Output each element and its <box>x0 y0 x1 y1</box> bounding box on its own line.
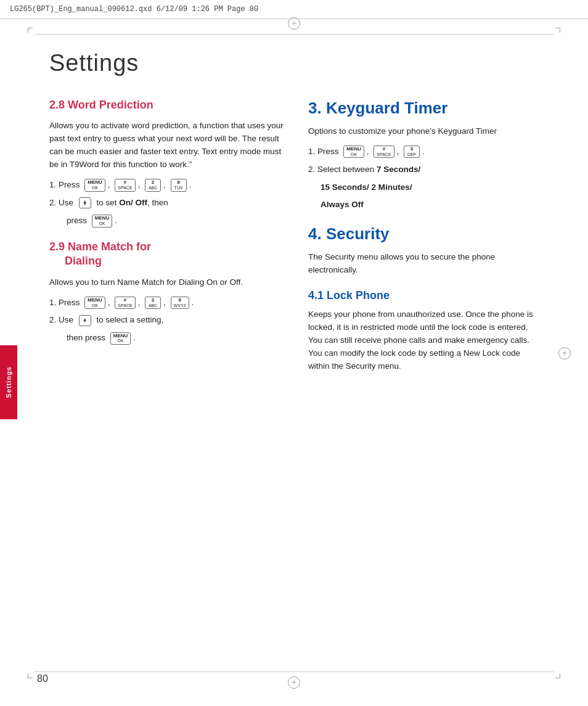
right-column: 3. Keyguard Timer Options to customize y… <box>308 98 542 385</box>
section-29: 2.9 Name Match for Dialing Allows you to… <box>49 240 284 345</box>
section-41: 4.1 Lock Phone Keeps your phone from una… <box>308 289 542 373</box>
main-content: Settings 2.8 Word Prediction Allows you … <box>0 19 588 422</box>
key-hash-space-1: # SPACE <box>115 179 135 191</box>
nav-icon-1 <box>79 197 91 208</box>
left-column: 2.8 Word Prediction Allows you to activa… <box>49 98 284 385</box>
step-29-2-then: then press <box>67 332 108 345</box>
section-28: 2.8 Word Prediction Allows you to activa… <box>49 98 284 228</box>
step-28-1-comma1: , <box>108 179 113 192</box>
step-28-1-prefix: 1. Press <box>49 179 82 192</box>
body-29: Allows you to turn Name Match for Dialin… <box>49 276 284 289</box>
reg-mark-bottom <box>288 676 300 689</box>
corner-mark-tl <box>28 28 33 33</box>
key-3def-1: 3 DEF <box>404 146 420 158</box>
corner-mark-tr <box>555 28 560 33</box>
step-29-1-comma1: , <box>108 297 113 310</box>
step-29-1-period: . <box>192 297 194 310</box>
reg-mark-right <box>558 347 571 359</box>
section-3: 3. Keyguard Timer Options to customize y… <box>308 98 542 211</box>
key-hash-space-3: # SPACE <box>374 146 394 158</box>
key-hash-space-2: # SPACE <box>115 297 135 309</box>
step-28-1: 1. Press MENU OK , # SPACE , 2 <box>49 179 284 192</box>
key-8tuv-1: 8 TUV <box>171 179 187 191</box>
step-29-1: 1. Press MENU OK , # SPACE , 2 <box>49 297 284 310</box>
divider-bottom <box>34 671 554 672</box>
heading-4: 4. Security <box>308 224 542 245</box>
step-3-1-period: . <box>422 146 425 158</box>
step-29-1-comma3: , <box>163 297 168 310</box>
divider-top <box>34 34 554 35</box>
key-menu-ok-4: MENU OK <box>110 332 131 345</box>
step-3-2c: Always Off <box>308 199 542 211</box>
step-28-2-text: to set On/ Off, then <box>94 197 168 210</box>
side-tab-label: Settings <box>5 366 12 398</box>
step-3-1: 1. Press MENU OK , # SPACE , 3 <box>308 146 542 158</box>
two-col-layout: 2.8 Word Prediction Allows you to activa… <box>49 98 551 385</box>
step-28-1-period: . <box>189 179 192 192</box>
step-28-1-comma3: , <box>163 179 168 192</box>
step-28-2b: press MENU OK . <box>49 215 284 228</box>
step-3-2: 2. Select between 7 Seconds/ <box>308 163 542 176</box>
step-28-2-press: press <box>67 215 89 228</box>
body-4: The Security menu allows you to secure t… <box>308 251 542 277</box>
heading-3: 3. Keyguard Timer <box>308 98 542 119</box>
key-9wxyz-1: 9 WXYZ <box>171 297 189 309</box>
page-title: Settings <box>49 50 551 76</box>
page-number: 80 <box>37 673 48 684</box>
step-29-1-prefix: 1. Press <box>49 297 82 310</box>
step-29-2: 2. Use to select a setting, <box>49 314 284 327</box>
body-41: Keeps your phone from unauthorized use. … <box>308 308 542 373</box>
step-3-2-text: 2. Select between 7 Seconds/ <box>308 163 420 176</box>
key-2abc-1: 2 ABC <box>145 179 161 191</box>
heading-29: 2.9 Name Match for Dialing <box>49 240 284 269</box>
step-29-2-period: . <box>133 332 136 345</box>
step-3-2b: 15 Seconds/ 2 Minutes/ <box>308 181 542 194</box>
step-3-1-prefix: 1. Press <box>308 146 341 158</box>
body-28: Allows you to activate word prediction, … <box>49 120 284 171</box>
key-menu-ok-5: MENU OK <box>343 146 364 158</box>
step-29-1-comma2: , <box>138 297 143 310</box>
corner-mark-bl <box>28 673 33 678</box>
step-3-1-comma2: , <box>397 146 402 158</box>
heading-41: 4.1 Lock Phone <box>308 289 542 302</box>
key-menu-ok-2: MENU OK <box>92 215 113 227</box>
header-bar: LG265(BPT)_Eng_manual_090612.qxd 6/12/09… <box>0 0 588 19</box>
step-28-2-prefix: 2. Use <box>49 197 76 210</box>
step-3-1-comma1: , <box>367 146 372 158</box>
step-29-2-text: to select a setting, <box>94 314 164 327</box>
step-29-2b: then press MENU OK . <box>49 332 284 345</box>
key-menu-ok-3: MENU OK <box>84 297 105 309</box>
heading-28: 2.8 Word Prediction <box>49 98 284 112</box>
nav-icon-2 <box>79 315 91 326</box>
key-menu-ok-1: MENU OK <box>84 179 105 191</box>
side-tab: Settings <box>0 345 17 419</box>
corner-mark-br <box>555 673 560 678</box>
reg-mark-top <box>288 17 300 30</box>
page-container: LG265(BPT)_Eng_manual_090612.qxd 6/12/09… <box>0 0 588 706</box>
section-4: 4. Security The Security menu allows you… <box>308 224 542 277</box>
step-29-2-prefix: 2. Use <box>49 314 76 327</box>
key-2abc-2: 2 ABC <box>145 297 161 309</box>
header-text: LG265(BPT)_Eng_manual_090612.qxd 6/12/09… <box>10 5 258 14</box>
step-28-2-period: . <box>115 215 117 228</box>
step-28-2: 2. Use to set On/ Off, then <box>49 197 284 210</box>
step-28-1-comma2: , <box>138 179 143 192</box>
body-3: Options to customize your phone’s Keygua… <box>308 125 542 138</box>
